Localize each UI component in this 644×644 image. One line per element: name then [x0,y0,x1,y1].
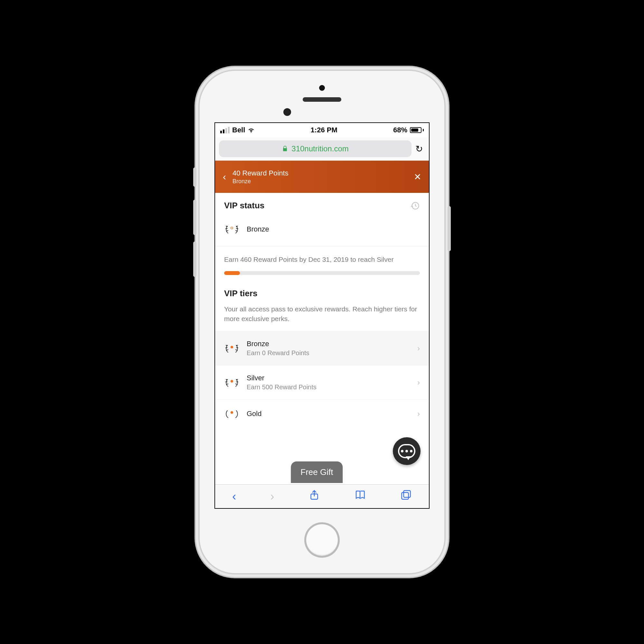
front-camera [283,108,291,116]
vip-tiers-description: Your all access pass to exclusive reward… [215,300,429,331]
phone-bezel-top [200,71,444,122]
chat-fab[interactable] [393,437,421,465]
browser-back-button[interactable]: ‹ [232,490,236,503]
svg-point-1 [231,346,233,348]
progress-bar [224,271,420,275]
laurel-icon [224,223,240,235]
address-bar[interactable]: 310nutrition.com [219,140,412,157]
vip-tiers-heading: VIP tiers [224,289,420,298]
progress-message: Earn 460 Reward Points by Dec 31, 2019 t… [224,255,420,264]
phone-frame: Bell 1:26 PM 68% 310nutrition.com ↻ ‹ [200,71,444,573]
ios-status-bar: Bell 1:26 PM 68% [215,123,429,137]
current-tier-row: Bronze [215,214,429,246]
tier-name: Gold [247,410,410,418]
close-button[interactable]: ✕ [414,172,421,182]
battery-pct-label: 68% [393,126,407,134]
current-tier-name: Bronze [247,225,269,233]
browser-forward-button[interactable]: › [270,490,274,503]
lock-icon [282,146,288,152]
vip-status-heading: VIP status [224,201,264,211]
tier-sub: Earn 0 Reward Points [247,349,410,357]
tier-sub: Earn 500 Reward Points [247,384,410,391]
signal-strength-icon [220,127,230,133]
tier-name: Bronze [247,340,410,348]
safari-toolbar: ‹ › [215,484,429,508]
svg-rect-6 [402,493,408,499]
chevron-right-icon: › [417,378,420,387]
laurel-icon [224,377,240,388]
history-icon[interactable] [411,201,420,210]
svg-point-2 [231,380,233,383]
reload-button[interactable]: ↻ [415,144,425,154]
clock-label: 1:26 PM [311,126,337,134]
volume-up [193,200,196,235]
rewards-header: ‹ 40 Reward Points Bronze ✕ [215,161,429,193]
address-domain: 310nutrition.com [291,144,348,153]
sensor-dot [319,85,325,91]
laurel-icon [224,343,240,354]
earpiece-speaker [303,97,341,102]
bookmarks-button[interactable] [354,489,366,504]
svg-rect-5 [403,491,410,497]
power-button [448,206,451,251]
rewards-content: VIP status Bronze Earn 460 Reward Points… [215,193,429,484]
carrier-label: Bell [232,126,245,134]
chat-icon [398,444,415,458]
header-subtitle: Bronze [232,178,407,185]
header-title: 40 Reward Points [232,169,407,177]
laurel-icon [224,408,240,420]
home-button[interactable] [304,522,340,558]
share-button[interactable] [308,489,320,504]
tier-row-bronze[interactable]: Bronze Earn 0 Reward Points › [215,331,429,365]
battery-icon [410,127,424,133]
tier-row-gold[interactable]: Gold › [215,399,429,428]
tier-row-silver[interactable]: Silver Earn 500 Reward Points › [215,365,429,399]
tabs-button[interactable] [400,489,412,504]
phone-screen: Bell 1:26 PM 68% 310nutrition.com ↻ ‹ [214,122,430,509]
volume-down [193,241,196,277]
tier-name: Silver [247,374,410,382]
wifi-icon [248,127,255,134]
safari-address-area: 310nutrition.com ↻ [215,137,429,161]
chevron-right-icon: › [417,409,420,418]
back-button[interactable]: ‹ [223,171,226,182]
chevron-right-icon: › [417,344,420,353]
mute-switch [193,167,196,187]
svg-point-3 [231,411,233,414]
free-gift-badge[interactable]: Free Gift [291,461,343,483]
